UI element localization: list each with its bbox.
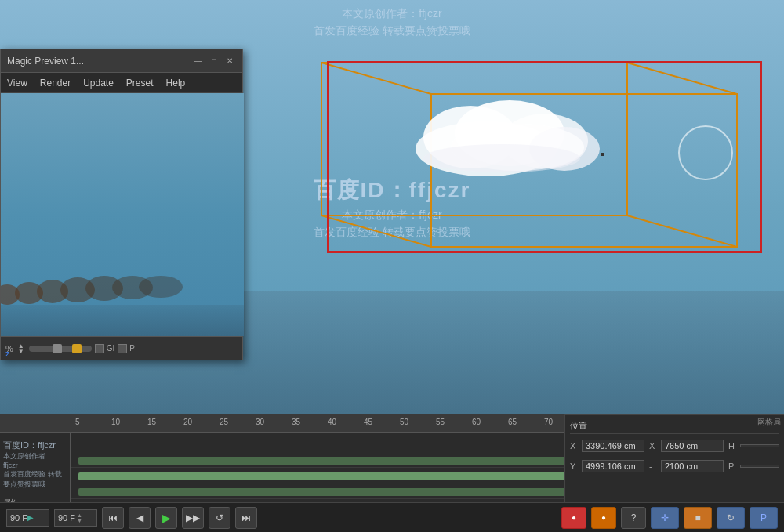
props-h-value[interactable] xyxy=(740,444,779,447)
loop-fwd-btn[interactable]: ↺ xyxy=(209,507,230,529)
ruler-mark-50: 50 xyxy=(400,418,408,426)
watermark-author-top: 本文原创作者：ffjczr xyxy=(314,7,470,21)
menu-update[interactable]: Update xyxy=(83,78,114,89)
svg-line-12 xyxy=(321,215,431,247)
play-btn[interactable]: ▶ xyxy=(155,507,177,529)
props-y2-label: - xyxy=(649,461,656,471)
mp-titlebar: Magic Preview 1... — □ ✕ xyxy=(1,49,242,73)
ruler-mark-10: 10 xyxy=(111,418,120,426)
go-end-btn[interactable]: ⏭ xyxy=(235,507,257,529)
menu-render[interactable]: Render xyxy=(40,78,71,89)
ruler-mark-65: 65 xyxy=(508,418,517,426)
props-x2-value[interactable]: 7650 cm xyxy=(661,440,724,452)
props-y2-value[interactable]: 2100 cm xyxy=(661,460,724,472)
step-fwd-btn[interactable]: ▶▶ xyxy=(182,507,204,529)
cube-btn[interactable]: ■ xyxy=(684,507,712,529)
menu-view[interactable]: View xyxy=(7,78,27,89)
record-btn[interactable]: ● xyxy=(561,507,586,529)
end-frame-value: 90 F xyxy=(58,513,75,523)
tl-watermark-large: 百度ID：ffjczr xyxy=(3,440,67,451)
go-start-btn[interactable]: ⏮ xyxy=(102,507,124,529)
mp-minimize-btn[interactable]: — xyxy=(192,55,205,67)
mp-menubar: View Render Update Preset Help xyxy=(1,73,242,93)
props-x-label: X xyxy=(570,441,577,451)
mp-step-arrows[interactable]: ▲ ▼ xyxy=(18,343,24,354)
svg-line-9 xyxy=(321,63,431,94)
play2-icon: P xyxy=(760,512,767,523)
mp-slider[interactable] xyxy=(29,346,92,352)
props-y-label: Y xyxy=(570,461,577,471)
props-x2-label: X xyxy=(649,441,656,451)
mp-gi-label: GI xyxy=(107,344,115,353)
ruler-mark-30: 30 xyxy=(256,418,264,426)
mp-restore-btn[interactable]: □ xyxy=(208,55,220,67)
add-btn[interactable]: ✛ xyxy=(651,507,679,529)
mp-title: Magic Preview 1... xyxy=(7,56,189,67)
menu-preset[interactable]: Preset xyxy=(126,78,154,89)
ruler-mark-40: 40 xyxy=(328,418,336,426)
cube-icon: ■ xyxy=(695,512,700,523)
animate-btn[interactable]: ● xyxy=(591,507,616,529)
status-right-controls: ● ● ? ✛ ■ ↻ P xyxy=(561,507,778,529)
mp-z-label: z xyxy=(5,349,10,358)
frame-arrow: ▶ xyxy=(27,513,34,522)
current-frame-input[interactable]: 90 F ▶ xyxy=(6,509,49,527)
props-row-x: X 3390.469 cm X 7650 cm H xyxy=(570,437,779,454)
tl-watermark-small1: 本文原创作者：ffjczr xyxy=(3,451,67,469)
play2-btn[interactable]: P xyxy=(750,507,778,529)
help-btn[interactable]: ? xyxy=(621,507,646,529)
ruler-mark-60: 60 xyxy=(472,418,481,426)
ruler-mark-35: 35 xyxy=(292,418,300,426)
mp-preview-area xyxy=(1,93,244,336)
mp-slider-thumb xyxy=(53,344,62,353)
props-h-label: H xyxy=(728,441,735,451)
svg-line-11 xyxy=(627,215,737,247)
props-p-label: P xyxy=(728,461,735,471)
props-x-value[interactable]: 3390.469 cm xyxy=(582,440,644,452)
magic-preview-window: Magic Preview 1... — □ ✕ View Render Upd… xyxy=(0,49,243,360)
point-dot xyxy=(601,153,604,156)
svg-line-10 xyxy=(627,63,737,94)
add-icon: ✛ xyxy=(661,512,669,523)
step-back-btn[interactable]: ◀ xyxy=(129,507,151,529)
transport-bar: 90 F ▶ 90 F ▲▼ ⏮ ◀ ▶ ▶▶ ↺ ⏭ ● ● ? ✛ ■ ↻ xyxy=(0,502,784,532)
help-icon: ? xyxy=(631,512,637,523)
mp-p-label: P xyxy=(129,344,135,353)
watermark-top: 本文原创作者：ffjczr 首发百度经验 转载要点赞投票哦 xyxy=(314,4,470,38)
menu-help[interactable]: Help xyxy=(166,78,186,89)
mp-p-check[interactable] xyxy=(118,344,127,353)
mp-gi-check[interactable] xyxy=(95,344,104,353)
ruler-mark-45: 45 xyxy=(364,418,372,426)
ruler-mark-25: 25 xyxy=(220,418,228,426)
mp-slider-yellow-marker xyxy=(72,344,82,353)
refresh-icon: ↻ xyxy=(727,512,735,523)
ruler-mark-5: 5 xyxy=(75,418,80,426)
grid-label: 网格局 xyxy=(757,417,781,428)
svg-point-19 xyxy=(423,144,580,172)
mp-p-checkbox[interactable]: P xyxy=(118,344,135,353)
refresh-btn[interactable]: ↻ xyxy=(717,507,745,529)
current-frame-value: 90 F xyxy=(10,513,27,523)
cloud-object xyxy=(408,94,627,180)
circle-shape xyxy=(678,125,733,180)
props-p-value[interactable] xyxy=(740,465,779,468)
ruler-mark-20: 20 xyxy=(183,418,192,426)
watermark-share-top: 首发百度经验 转载要点赞投票哦 xyxy=(314,24,470,38)
mp-toolbar: % ▲ ▼ GI P z xyxy=(1,336,242,360)
ruler-mark-55: 55 xyxy=(436,418,445,426)
mp-close-btn[interactable]: ✕ xyxy=(223,55,236,67)
end-frame-arrows[interactable]: ▲▼ xyxy=(77,512,82,523)
track-bar-2 xyxy=(78,472,627,480)
mp-ground xyxy=(1,305,244,336)
ruler-mark-70: 70 xyxy=(544,418,553,426)
end-frame-input[interactable]: 90 F ▲▼ xyxy=(54,509,97,527)
tl-watermark-small2: 首发百度经验 转载要点赞投票哦 xyxy=(3,469,67,490)
mp-gi-checkbox[interactable]: GI xyxy=(95,344,115,353)
track-bar-3 xyxy=(78,488,627,496)
record-icon: ● xyxy=(572,513,576,522)
animate-icon: ● xyxy=(601,513,606,522)
svg-point-26 xyxy=(139,276,183,298)
props-title: 位置 xyxy=(570,420,779,434)
props-y-value[interactable]: 4999.106 cm xyxy=(582,460,644,472)
ruler-mark-15: 15 xyxy=(147,418,156,426)
